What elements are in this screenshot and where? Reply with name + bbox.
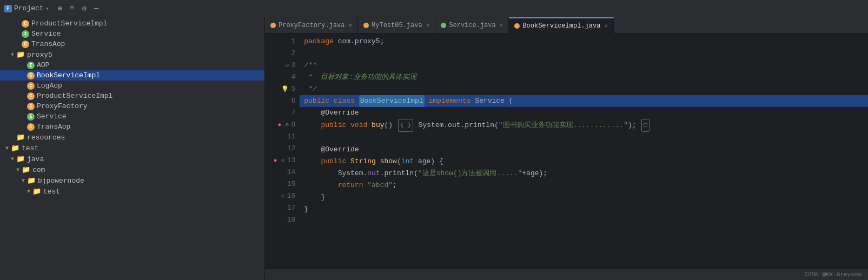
plain-text: +age);: [522, 168, 547, 179]
fold-bracket[interactable]: { }: [398, 119, 413, 132]
close-icon[interactable]: ✕: [500, 22, 503, 29]
tab-mytest05[interactable]: MyTest05.java ✕: [358, 17, 435, 33]
plain-text: (: [397, 156, 401, 168]
class-icon: C: [27, 92, 35, 100]
code-line-17: }: [300, 203, 868, 215]
sidebar-item-label: test: [43, 188, 60, 196]
fold-icon[interactable]: ⊖: [281, 190, 285, 202]
code-line-13: public String show(int age) {: [300, 156, 868, 168]
plain-text: System.: [338, 168, 368, 179]
tab-icon-green: [441, 23, 446, 28]
code-line-7: @Override: [300, 107, 868, 119]
interface-icon: I: [27, 62, 35, 69]
tab-proxyfactory[interactable]: ProxyFactory.java ✕: [265, 17, 358, 33]
fold-icon[interactable]: ⊖: [286, 119, 289, 131]
fold-bracket-end[interactable]: □: [641, 119, 650, 132]
plain-text: (): [384, 119, 396, 131]
line-number: 16: [287, 190, 296, 202]
keyword: public: [321, 119, 350, 131]
class-icon: C: [27, 103, 35, 110]
settings-icon[interactable]: ⚙: [82, 4, 86, 13]
sidebar-item-productserviceimpl-2[interactable]: C ProductServiceImpl: [0, 91, 264, 101]
interface-icon: I: [27, 113, 35, 121]
code-line-15: return "abcd";: [300, 179, 868, 191]
sidebar-item-com[interactable]: ▼ 📁 com: [0, 164, 264, 175]
plain-text: com.proxy5;: [338, 36, 385, 48]
plain-text: [425, 95, 429, 107]
comment: /**: [304, 59, 316, 71]
sidebar-item-productserviceimpl-1[interactable]: C ProductServiceImpl: [0, 18, 264, 29]
sidebar-item-logaop[interactable]: C LogAop: [0, 81, 264, 91]
title-bar: P Project ▾ ⊕ ≡ ⚙ —: [0, 0, 868, 17]
method-name: buy: [372, 119, 384, 131]
sidebar-item-proxy5[interactable]: ▼ 📁 proxy5: [0, 49, 264, 60]
close-icon[interactable]: ✕: [426, 22, 430, 29]
code-area: 1 2 ⊖3 4 💡5 6 7 ●⊖8 11 12 ●⊖13 14 15 ⊖16…: [265, 34, 868, 268]
dropdown-icon[interactable]: ▾: [46, 5, 49, 12]
code-editor[interactable]: 1 2 ⊖3 4 💡5 6 7 ●⊖8 11 12 ●⊖13 14 15 ⊖16…: [265, 34, 868, 268]
sidebar-item-test-sub[interactable]: ▼ 📁 test: [0, 186, 264, 197]
sidebar-item-label: Service: [31, 30, 61, 38]
sidebar-item-transaop-1[interactable]: C TransAop: [0, 39, 264, 49]
class-icon: C: [27, 123, 35, 131]
sidebar-item-label: test: [22, 144, 38, 152]
line-number: 5: [291, 83, 295, 95]
indent: [304, 179, 337, 191]
sidebar-item-label: proxy5: [27, 51, 52, 59]
sidebar-item-label: com: [32, 166, 45, 174]
keyword: return: [338, 179, 368, 191]
plain-text: }: [321, 191, 325, 203]
chinese-comment: 目标对象:业务功能的具体实现: [321, 71, 416, 83]
line-number: 17: [287, 202, 296, 214]
fold-icon[interactable]: ⊖: [281, 155, 285, 166]
plain-text: [376, 156, 380, 168]
tab-service[interactable]: Service.java ✕: [435, 17, 509, 33]
code-line-14: System.out.println("这是show()方法被调用....."+…: [300, 168, 868, 179]
plain-text: age) {: [414, 156, 443, 168]
hierarchy-icon[interactable]: ≡: [70, 4, 74, 13]
project-title[interactable]: P Project ▾: [4, 4, 49, 12]
sidebar-item-label: Service: [37, 112, 67, 121]
breakpoint-icon[interactable]: ●: [276, 119, 283, 131]
sidebar-item-label: ProductServiceImpl: [31, 19, 107, 28]
sidebar: C ProductServiceImpl I Service C TransAo…: [0, 17, 265, 280]
sidebar-item-aop[interactable]: I AOP: [0, 60, 264, 70]
string: "abcd": [367, 179, 393, 191]
tab-label: BookServiceImpl.java: [522, 22, 600, 30]
indent: [304, 156, 321, 168]
indent: [304, 119, 321, 131]
plain-text: System.out.println(: [414, 119, 499, 131]
annotation: @Override: [321, 107, 359, 119]
sidebar-item-transaop-2[interactable]: C TransAop: [0, 122, 264, 132]
line-number: 6: [291, 95, 295, 107]
close-icon[interactable]: ✕: [348, 22, 352, 29]
indent: [304, 191, 321, 203]
class-icon: C: [22, 41, 29, 48]
tab-bookserviceimpl[interactable]: BookServiceImpl.java ✕: [509, 17, 614, 33]
sync-icon[interactable]: ⊕: [58, 4, 62, 13]
minimize-icon[interactable]: —: [94, 4, 98, 13]
sidebar-item-bjpowernode[interactable]: ▼ 📁 bjpowernode: [0, 175, 264, 186]
sidebar-item-label: bjpowernode: [38, 177, 84, 185]
tab-icon-orange: [514, 23, 520, 29]
sidebar-item-java[interactable]: ▼ 📁 java: [0, 154, 264, 164]
sidebar-item-bookserviceimpl[interactable]: C BookServiceImpl: [0, 70, 264, 81]
sidebar-item-label: ProductServiceImpl: [37, 92, 112, 100]
sidebar-item-proxyfactory[interactable]: C ProxyFactory: [0, 101, 264, 111]
close-icon[interactable]: ✕: [604, 22, 608, 29]
breakpoint-icon[interactable]: ●: [271, 155, 279, 166]
sidebar-item-service-1[interactable]: I Service: [0, 29, 264, 39]
code-line-11: [300, 132, 868, 144]
code-line-4: * 目标对象:业务功能的具体实现: [300, 71, 868, 83]
sidebar-item-service-2[interactable]: I Service: [0, 111, 264, 122]
sidebar-item-resources[interactable]: ▶ 📁 resources: [0, 132, 264, 143]
annotation: @Override: [321, 144, 359, 156]
code-line-8: public void buy() { } System.out.println…: [300, 119, 868, 132]
fold-icon[interactable]: ⊖: [286, 59, 289, 71]
bulb-icon[interactable]: 💡: [281, 83, 289, 95]
folder-icon: 📁: [11, 144, 19, 152]
arrow-down-icon: ▼: [11, 52, 14, 58]
string: "这是show()方法被调用.....": [418, 168, 522, 179]
method-name: show: [380, 156, 397, 168]
sidebar-item-test[interactable]: ▼ 📁 test: [0, 143, 264, 154]
